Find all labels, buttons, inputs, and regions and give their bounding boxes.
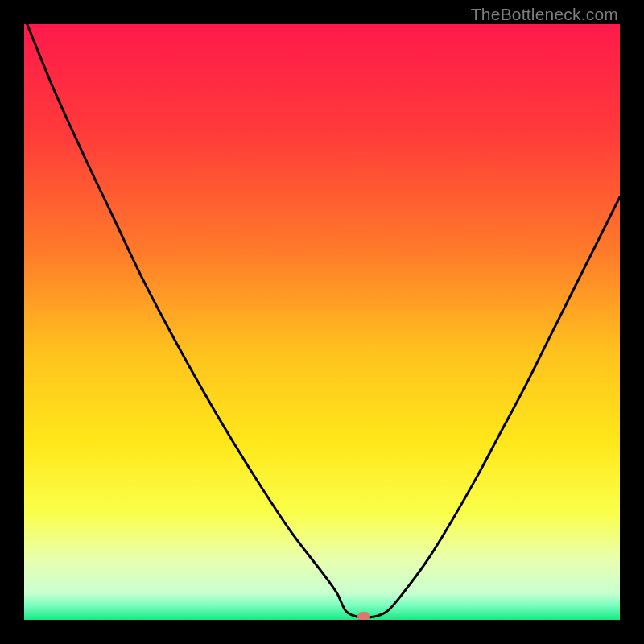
plot-area <box>24 24 620 620</box>
bottleneck-curve <box>27 24 620 617</box>
curve-layer <box>24 24 620 620</box>
chart-frame: TheBottleneck.com <box>0 0 644 644</box>
optimal-point-marker <box>357 612 370 620</box>
watermark-text: TheBottleneck.com <box>471 5 618 24</box>
